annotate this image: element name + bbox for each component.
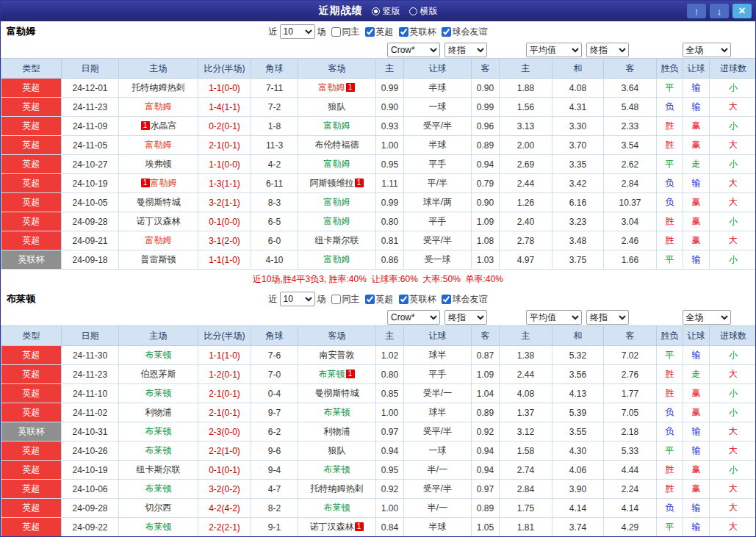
away-team-cell: 阿斯顿维拉1 [298,174,376,193]
asia-away-odds-cell: 1.09 [472,212,500,231]
result-goals-cell: 大 [710,231,756,251]
handicap-cell: 平手 [404,365,472,384]
titlebar: 近期战绩 竖版 横版 ↑ ↓ × [1,1,755,21]
col-header-home: 主场 [119,59,198,79]
score-cell: 0-2(0-1) [198,117,251,136]
epl-label: 英超 [376,293,394,306]
bookmaker-select[interactable]: Crow* [387,310,440,325]
asia-home-odds-cell: 0.99 [376,79,404,98]
scope-select[interactable]: 全场 [683,310,731,325]
col-header-asia-away: 客 [472,59,500,79]
date-cell: 24-10-27 [62,155,119,174]
asia-away-odds-cell: 0.92 [472,422,500,442]
efl-cup-checkbox[interactable] [399,27,408,37]
home-team-name: 水晶宫 [151,120,177,131]
result-handicap-cell: 输 [683,79,710,98]
away-team-cell: 富勒姆 [298,212,376,231]
away-team-cell: 富勒姆 [298,117,376,136]
section-header: 富勒姆 近 10 场 同主 英超 英联杯 球 [1,21,755,42]
asia-home-odds-cell: 1.00 [376,136,404,155]
euro-final-select[interactable]: 终指 [586,310,629,325]
home-team-cell: 托特纳姆热刺 [119,79,198,98]
asia-away-odds-cell: 0.90 [472,79,500,98]
euro-final-select[interactable]: 终指 [586,43,629,57]
euro-away-odds-cell: 7.02 [604,346,657,365]
asia-final-select[interactable]: 终指 [444,310,487,325]
euro-draw-odds-cell: 3.56 [552,365,604,384]
radio-selected-icon [372,7,380,15]
efl-cup-checkbox[interactable] [399,295,408,304]
euro-draw-odds-cell: 3.42 [552,174,604,193]
league-type-cell: 英超 [1,384,62,403]
match-count-select[interactable]: 10 [280,24,315,39]
odds-selector-row: Crow* 终指 平均值 终指 全场 [1,309,755,325]
close-button[interactable]: × [732,4,752,18]
away-team-name: 富勒姆 [324,254,350,264]
asia-away-odds-cell: 0.94 [472,461,500,480]
date-cell: 24-11-30 [62,346,119,365]
layout-radio-vertical[interactable]: 竖版 [372,5,400,18]
down-arrow-icon: ↓ [717,6,722,17]
result-handicap-cell: 赢 [683,384,710,403]
same-venue-checkbox[interactable] [331,295,341,304]
efl-cup-label: 英联杯 [410,293,436,306]
asia-away-odds-cell: 0.79 [472,174,500,193]
away-team-cell: 诺丁汉森林1 [298,518,376,537]
home-team-name: 富勒姆 [151,178,177,188]
result-goals-cell: 大 [710,422,756,442]
result-goals-cell: 大 [710,499,756,518]
euro-draw-odds-cell: 3.74 [552,518,604,537]
league-filter-friendly[interactable]: 球会友谊 [442,293,488,306]
away-team-name: 阿斯顿维拉 [310,178,354,188]
scope-select[interactable]: 全场 [683,43,731,57]
home-team-name: 布莱顿 [145,445,172,455]
result-handicap-cell: 走 [683,155,710,174]
col-header-date: 日期 [62,59,119,79]
home-team-name: 利物浦 [145,407,172,417]
bookmaker-select[interactable]: Crow* [387,43,440,57]
table-row: 英超24-09-28切尔西4-2(4-2)8-2布莱顿1.00半/一0.891.… [1,499,756,518]
same-venue-filter[interactable]: 同主 [331,293,360,306]
euro-home-odds-cell: 1.75 [500,499,552,518]
away-team-cell: 纽卡斯尔联 [298,231,376,251]
league-filter-epl[interactable]: 英超 [365,26,394,38]
euro-draw-odds-cell: 4.31 [552,98,604,117]
date-cell: 24-10-05 [62,193,119,212]
friendly-checkbox[interactable] [442,295,451,304]
euro-away-odds-cell: 2.18 [604,422,657,442]
epl-checkbox[interactable] [365,27,375,37]
date-cell: 24-10-19 [62,174,119,193]
league-filter-efl-cup[interactable]: 英联杯 [399,26,436,38]
score-cell: 3-1(2-0) [198,231,251,251]
epl-checkbox[interactable] [365,295,375,304]
table-row: 英联杯24-09-18普雷斯顿1-1(1-0)4-10富勒姆0.86受一球1.0… [1,251,756,270]
home-team-cell: 布莱顿 [119,480,198,499]
euro-home-odds-cell: 4.08 [500,384,552,403]
league-filter-friendly[interactable]: 球会友谊 [442,26,488,38]
league-filter-efl-cup[interactable]: 英联杯 [399,293,436,306]
euro-away-odds-cell: 1.66 [604,251,657,270]
result-outcome-cell: 胜 [657,480,683,499]
result-goals-cell: 小 [710,346,756,365]
league-type-cell: 英超 [1,231,62,251]
move-up-button[interactable]: ↑ [687,4,706,18]
result-goals-cell: 大 [710,174,756,193]
move-down-button[interactable]: ↓ [710,4,729,18]
asia-final-select[interactable]: 终指 [444,43,487,57]
layout-radio-horizontal[interactable]: 横版 [409,5,438,18]
date-cell: 24-12-01 [62,79,119,98]
friendly-checkbox[interactable] [442,27,451,37]
euro-average-select[interactable]: 平均值 [526,310,582,325]
euro-away-odds-cell: 2.76 [604,365,657,384]
same-venue-checkbox[interactable] [331,27,341,37]
match-count-select[interactable]: 10 [280,292,315,306]
same-venue-filter[interactable]: 同主 [331,26,360,38]
col-header-type: 类型 [1,326,62,346]
date-cell: 24-10-19 [62,461,119,480]
euro-away-odds-cell: 3.04 [604,212,657,231]
league-filter-epl[interactable]: 英超 [365,293,394,306]
euro-average-select[interactable]: 平均值 [526,43,582,57]
col-header-corner: 角球 [251,59,298,79]
friendly-label: 球会友谊 [453,26,488,38]
league-type-cell: 英超 [1,136,62,155]
